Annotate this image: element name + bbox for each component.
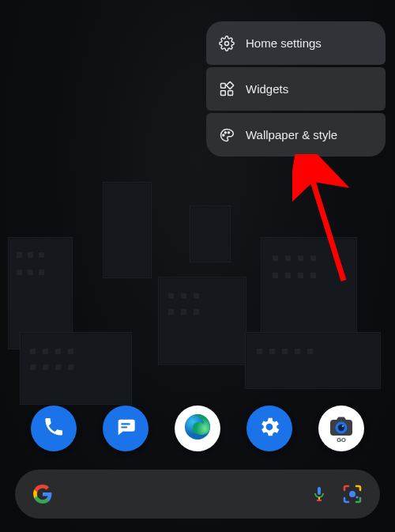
messages-icon [115, 416, 137, 441]
home-context-menu: Home settings Widgets Wallpaper & style [206, 21, 386, 157]
settings-icon [258, 415, 281, 442]
svg-point-16 [342, 425, 344, 427]
menu-item-wallpaper-style[interactable]: Wallpaper & style [206, 113, 386, 157]
menu-item-home-settings[interactable]: Home settings [206, 21, 386, 65]
svg-rect-9 [121, 423, 130, 424]
app-phone[interactable] [31, 406, 77, 451]
google-search-bar[interactable] [15, 470, 380, 519]
lens-icon[interactable] [342, 484, 363, 504]
svg-point-21 [349, 491, 356, 497]
google-logo-icon [32, 484, 53, 504]
camera-icon: GO [323, 409, 359, 448]
svg-text:GO: GO [337, 436, 347, 443]
dock: GO [0, 402, 395, 455]
svg-point-5 [223, 134, 224, 136]
svg-rect-10 [121, 426, 127, 428]
svg-point-15 [338, 424, 344, 431]
menu-item-label: Home settings [246, 36, 373, 50]
svg-rect-2 [221, 90, 226, 95]
svg-point-7 [228, 131, 230, 133]
menu-item-label: Widgets [246, 82, 373, 96]
app-settings[interactable] [246, 406, 292, 451]
menu-item-widgets[interactable]: Widgets [206, 67, 386, 111]
svg-rect-4 [226, 81, 233, 89]
app-edge[interactable] [175, 406, 220, 451]
mic-icon[interactable] [309, 484, 329, 504]
gear-icon [219, 36, 235, 51]
app-camera-go[interactable]: GO [318, 406, 364, 451]
svg-rect-18 [318, 487, 321, 495]
widgets-icon [219, 81, 235, 97]
svg-point-6 [224, 131, 226, 133]
edge-icon [182, 411, 213, 446]
palette-icon [219, 127, 235, 143]
svg-rect-1 [221, 83, 226, 88]
menu-item-label: Wallpaper & style [246, 128, 373, 141]
svg-point-22 [356, 496, 358, 498]
app-messages[interactable] [103, 406, 149, 451]
svg-rect-3 [228, 90, 233, 95]
phone-icon [43, 416, 65, 441]
svg-point-0 [225, 41, 229, 45]
